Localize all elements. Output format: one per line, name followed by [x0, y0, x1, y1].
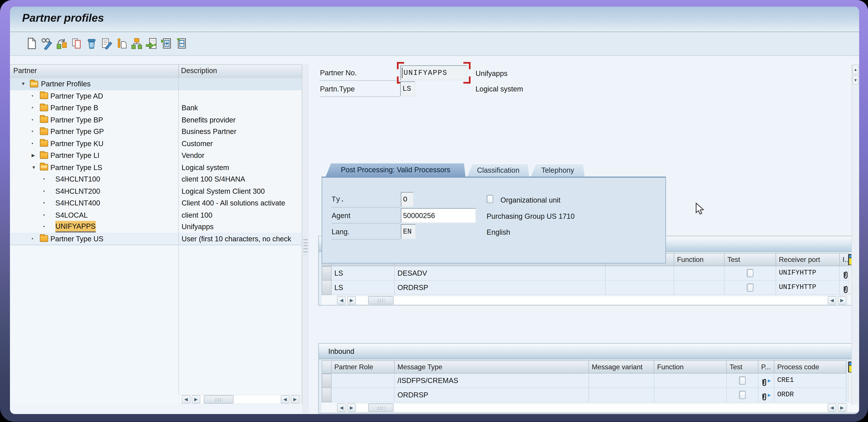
- copy-as-icon[interactable]: [70, 37, 83, 50]
- inbound-row[interactable]: ORDRSP▶ORDR: [322, 388, 859, 402]
- tree-row-label[interactable]: Partner Profiles: [41, 78, 91, 90]
- tree-row-label[interactable]: Partner Type KU: [51, 137, 104, 150]
- tree-row-label[interactable]: Partner Type US: [51, 233, 104, 245]
- partner-no-field[interactable]: UNIFYAPPS: [400, 65, 467, 80]
- row-selector[interactable]: [322, 281, 332, 295]
- tree-row-partner-type-ad[interactable]: •Partner Type AD: [10, 90, 302, 102]
- test-checkbox-cell[interactable]: [727, 388, 758, 402]
- tree-row-label[interactable]: S4HCLNT100: [55, 173, 100, 185]
- tree-row-label[interactable]: Partner Type B: [51, 102, 98, 114]
- hscroll-thumb[interactable]: [368, 296, 394, 304]
- agent-field[interactable]: 50000256: [401, 208, 476, 223]
- test-checkbox-cell[interactable]: [725, 281, 776, 295]
- tree-row-label[interactable]: Partner Type LI: [51, 150, 100, 161]
- tree-expander-icon[interactable]: ▼: [21, 78, 26, 90]
- scroll-right2-icon[interactable]: ▶: [838, 296, 846, 304]
- attachment-cell[interactable]: [840, 281, 850, 295]
- scroll-right-icon[interactable]: ▶: [347, 296, 356, 304]
- test-checkbox[interactable]: [747, 283, 753, 292]
- tree-hscroll-thumb[interactable]: [204, 395, 234, 403]
- tree-row-partner-type-bp[interactable]: •Partner Type BPBenefits provider: [10, 114, 302, 126]
- expand-icon[interactable]: [160, 37, 173, 50]
- tree-row-s4local[interactable]: •S4LOCALclient 100: [10, 209, 302, 221]
- partner-type-field[interactable]: LS: [400, 82, 415, 97]
- copy-icon[interactable]: [55, 37, 68, 50]
- scroll-right-icon[interactable]: ▶: [347, 403, 356, 412]
- tab-classification[interactable]: Classification: [467, 163, 529, 177]
- tree-bullet-icon: •: [43, 185, 45, 197]
- test-checkbox-cell[interactable]: [725, 266, 776, 281]
- tree-row-label[interactable]: S4LOCAL: [55, 209, 88, 221]
- hscroll-track[interactable]: [336, 403, 848, 412]
- attachment-cell[interactable]: ▶: [758, 388, 775, 402]
- tree-row-s4hclnt100[interactable]: •S4HCLNT100client 100 S/4HANA: [10, 173, 302, 185]
- tree-row-partner-type-us[interactable]: •Partner Type USUser (first 10 character…: [10, 233, 302, 245]
- tree-row-label[interactable]: Partner Type BP: [51, 114, 103, 126]
- inbound-cell-partner_role: [332, 388, 395, 402]
- outbound-row[interactable]: LSDESADVUNIFYHTTP: [322, 266, 859, 281]
- scroll-left-icon[interactable]: ◀: [337, 403, 346, 412]
- tree-expander-icon[interactable]: ▶: [32, 150, 35, 161]
- tree-row-partner-type-ku[interactable]: •Partner Type KUCustomer: [10, 137, 302, 150]
- tree-scroll-right-icon[interactable]: ▶: [191, 395, 200, 403]
- hierarchy-icon[interactable]: [130, 37, 143, 50]
- inbound-col-function: Function: [654, 360, 727, 374]
- row-selector[interactable]: [322, 266, 332, 281]
- tree-expander-icon[interactable]: ▼: [32, 161, 36, 173]
- hscroll-track[interactable]: [336, 295, 848, 305]
- test-checkbox-cell[interactable]: [727, 374, 758, 388]
- tree-row-label[interactable]: Partner Type GP: [51, 126, 104, 138]
- attachment-cell[interactable]: ▶: [758, 374, 775, 388]
- collapse-icon[interactable]: [175, 37, 188, 50]
- hscroll-thumb[interactable]: [368, 403, 394, 412]
- inbound-cell-message_variant: [589, 374, 654, 388]
- scroll-right2-icon[interactable]: ▶: [838, 403, 846, 412]
- lang-field[interactable]: EN: [401, 224, 416, 239]
- documentation-icon[interactable]: [115, 37, 128, 50]
- main-scroll-down-icon[interactable]: ▼: [852, 75, 859, 85]
- inbound-col-process-code: Process code: [775, 360, 846, 374]
- tree-scroll-left2-icon[interactable]: ◀: [281, 395, 290, 403]
- outbound-row[interactable]: LSORDRSPUNIFYHTTP: [322, 281, 859, 295]
- row-selector[interactable]: [322, 388, 332, 402]
- display-change-icon[interactable]: [40, 37, 53, 50]
- create-icon[interactable]: [26, 37, 38, 50]
- tree-row-label[interactable]: S4HCLNT400: [55, 197, 100, 209]
- scroll-left2-icon[interactable]: ◀: [828, 296, 837, 304]
- check-icon[interactable]: [145, 37, 158, 50]
- inbound-table: Partner RoleMessage TypeMessage variantF…: [322, 360, 859, 413]
- inbound-col-test: Test: [727, 360, 758, 374]
- tree-row-partner-profiles[interactable]: ▼Partner Profiles: [10, 78, 302, 91]
- tree-row-partner-type-li[interactable]: ▶Partner Type LIVendor: [10, 150, 302, 161]
- scroll-left2-icon[interactable]: ◀: [828, 403, 837, 412]
- panel-splitter[interactable]: [302, 64, 309, 414]
- main-scroll-up-icon[interactable]: ▲: [852, 65, 859, 74]
- tree-row-s4hclnt200[interactable]: •S4HCLNT200 Logical System Client 300: [10, 185, 302, 197]
- tree-row-label[interactable]: UNIFYAPPS: [55, 221, 96, 233]
- delete-icon[interactable]: [85, 37, 98, 50]
- attachment-cell[interactable]: [840, 266, 850, 281]
- change-icon[interactable]: [100, 37, 113, 50]
- inbound-row[interactable]: /ISDFPS/CREMAS▶CRE1: [322, 374, 859, 388]
- test-checkbox[interactable]: [747, 269, 753, 278]
- tab-post-processing-valid-processors[interactable]: Post Processing: Valid Processors: [326, 163, 466, 177]
- tree-row-unifyapps[interactable]: •UNIFYAPPSUnifyapps: [10, 221, 302, 233]
- tree-scroll-right2-icon[interactable]: ▶: [291, 395, 300, 403]
- tree-scroll-left-icon[interactable]: ◀: [182, 395, 190, 403]
- test-checkbox[interactable]: [739, 377, 746, 385]
- org-unit-checkbox[interactable]: [487, 195, 493, 203]
- folder-icon: [40, 116, 48, 123]
- tree-row-label[interactable]: Partner Type AD: [51, 90, 103, 102]
- tree-row-label[interactable]: S4HCLNT200: [55, 185, 100, 197]
- tree-row-label[interactable]: Partner Type LS: [51, 161, 102, 173]
- ty-field[interactable]: O: [401, 192, 414, 207]
- test-checkbox[interactable]: [739, 391, 746, 399]
- tree-row-s4hclnt400[interactable]: •S4HCLNT400Client 400 - All solutions ac…: [10, 197, 302, 209]
- tree-row-partner-type-ls[interactable]: ▼Partner Type LSLogical system: [10, 161, 302, 174]
- tab-telephony[interactable]: Telephony: [531, 163, 585, 177]
- row-selector[interactable]: [322, 374, 332, 388]
- tree-row-partner-type-gp[interactable]: •Partner Type GPBusiness Partner: [10, 126, 302, 138]
- scroll-left-icon[interactable]: ◀: [337, 296, 346, 304]
- tree-bullet-icon: •: [32, 114, 33, 126]
- tree-row-partner-type-b[interactable]: •Partner Type BBank: [10, 102, 302, 114]
